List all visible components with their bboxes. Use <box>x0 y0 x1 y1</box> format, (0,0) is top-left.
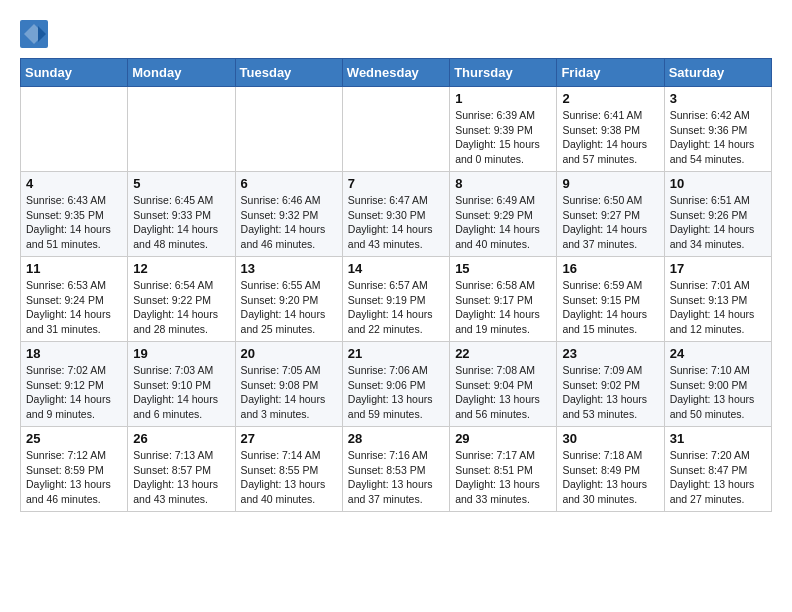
day-of-week-header: Sunday <box>21 59 128 87</box>
day-number: 17 <box>670 261 766 276</box>
day-number: 19 <box>133 346 229 361</box>
day-info: Sunrise: 6:59 AM Sunset: 9:15 PM Dayligh… <box>562 278 658 337</box>
calendar-cell: 30Sunrise: 7:18 AM Sunset: 8:49 PM Dayli… <box>557 427 664 512</box>
calendar-cell: 13Sunrise: 6:55 AM Sunset: 9:20 PM Dayli… <box>235 257 342 342</box>
day-number: 16 <box>562 261 658 276</box>
day-info: Sunrise: 7:13 AM Sunset: 8:57 PM Dayligh… <box>133 448 229 507</box>
day-info: Sunrise: 7:18 AM Sunset: 8:49 PM Dayligh… <box>562 448 658 507</box>
calendar-cell: 1Sunrise: 6:39 AM Sunset: 9:39 PM Daylig… <box>450 87 557 172</box>
calendar-week-row: 11Sunrise: 6:53 AM Sunset: 9:24 PM Dayli… <box>21 257 772 342</box>
calendar-cell <box>342 87 449 172</box>
day-number: 15 <box>455 261 551 276</box>
calendar-cell: 15Sunrise: 6:58 AM Sunset: 9:17 PM Dayli… <box>450 257 557 342</box>
day-number: 3 <box>670 91 766 106</box>
day-number: 12 <box>133 261 229 276</box>
day-info: Sunrise: 6:49 AM Sunset: 9:29 PM Dayligh… <box>455 193 551 252</box>
day-info: Sunrise: 7:08 AM Sunset: 9:04 PM Dayligh… <box>455 363 551 422</box>
day-number: 18 <box>26 346 122 361</box>
day-number: 13 <box>241 261 337 276</box>
day-number: 30 <box>562 431 658 446</box>
day-info: Sunrise: 6:41 AM Sunset: 9:38 PM Dayligh… <box>562 108 658 167</box>
calendar-cell: 11Sunrise: 6:53 AM Sunset: 9:24 PM Dayli… <box>21 257 128 342</box>
calendar-week-row: 18Sunrise: 7:02 AM Sunset: 9:12 PM Dayli… <box>21 342 772 427</box>
calendar-cell: 21Sunrise: 7:06 AM Sunset: 9:06 PM Dayli… <box>342 342 449 427</box>
logo <box>20 20 50 48</box>
day-info: Sunrise: 7:10 AM Sunset: 9:00 PM Dayligh… <box>670 363 766 422</box>
calendar-cell: 27Sunrise: 7:14 AM Sunset: 8:55 PM Dayli… <box>235 427 342 512</box>
day-info: Sunrise: 7:17 AM Sunset: 8:51 PM Dayligh… <box>455 448 551 507</box>
day-info: Sunrise: 6:50 AM Sunset: 9:27 PM Dayligh… <box>562 193 658 252</box>
day-info: Sunrise: 6:57 AM Sunset: 9:19 PM Dayligh… <box>348 278 444 337</box>
calendar-cell: 18Sunrise: 7:02 AM Sunset: 9:12 PM Dayli… <box>21 342 128 427</box>
day-number: 24 <box>670 346 766 361</box>
calendar-cell: 2Sunrise: 6:41 AM Sunset: 9:38 PM Daylig… <box>557 87 664 172</box>
day-of-week-header: Monday <box>128 59 235 87</box>
day-number: 6 <box>241 176 337 191</box>
logo-icon <box>20 20 48 48</box>
day-number: 23 <box>562 346 658 361</box>
day-number: 5 <box>133 176 229 191</box>
day-info: Sunrise: 6:51 AM Sunset: 9:26 PM Dayligh… <box>670 193 766 252</box>
day-info: Sunrise: 6:46 AM Sunset: 9:32 PM Dayligh… <box>241 193 337 252</box>
calendar-cell: 19Sunrise: 7:03 AM Sunset: 9:10 PM Dayli… <box>128 342 235 427</box>
day-number: 14 <box>348 261 444 276</box>
day-number: 25 <box>26 431 122 446</box>
day-info: Sunrise: 7:06 AM Sunset: 9:06 PM Dayligh… <box>348 363 444 422</box>
page-header <box>20 20 772 48</box>
calendar-cell: 9Sunrise: 6:50 AM Sunset: 9:27 PM Daylig… <box>557 172 664 257</box>
day-info: Sunrise: 6:58 AM Sunset: 9:17 PM Dayligh… <box>455 278 551 337</box>
day-info: Sunrise: 7:03 AM Sunset: 9:10 PM Dayligh… <box>133 363 229 422</box>
day-number: 20 <box>241 346 337 361</box>
calendar-week-row: 1Sunrise: 6:39 AM Sunset: 9:39 PM Daylig… <box>21 87 772 172</box>
calendar-table: SundayMondayTuesdayWednesdayThursdayFrid… <box>20 58 772 512</box>
day-number: 31 <box>670 431 766 446</box>
day-number: 11 <box>26 261 122 276</box>
calendar-cell: 3Sunrise: 6:42 AM Sunset: 9:36 PM Daylig… <box>664 87 771 172</box>
day-info: Sunrise: 7:12 AM Sunset: 8:59 PM Dayligh… <box>26 448 122 507</box>
day-info: Sunrise: 6:45 AM Sunset: 9:33 PM Dayligh… <box>133 193 229 252</box>
day-number: 29 <box>455 431 551 446</box>
calendar-week-row: 25Sunrise: 7:12 AM Sunset: 8:59 PM Dayli… <box>21 427 772 512</box>
day-number: 26 <box>133 431 229 446</box>
calendar-cell: 10Sunrise: 6:51 AM Sunset: 9:26 PM Dayli… <box>664 172 771 257</box>
calendar-cell: 20Sunrise: 7:05 AM Sunset: 9:08 PM Dayli… <box>235 342 342 427</box>
day-of-week-header: Friday <box>557 59 664 87</box>
day-number: 21 <box>348 346 444 361</box>
day-number: 28 <box>348 431 444 446</box>
day-of-week-row: SundayMondayTuesdayWednesdayThursdayFrid… <box>21 59 772 87</box>
day-of-week-header: Thursday <box>450 59 557 87</box>
calendar-cell: 17Sunrise: 7:01 AM Sunset: 9:13 PM Dayli… <box>664 257 771 342</box>
calendar-cell: 6Sunrise: 6:46 AM Sunset: 9:32 PM Daylig… <box>235 172 342 257</box>
calendar-body: 1Sunrise: 6:39 AM Sunset: 9:39 PM Daylig… <box>21 87 772 512</box>
calendar-cell: 14Sunrise: 6:57 AM Sunset: 9:19 PM Dayli… <box>342 257 449 342</box>
day-info: Sunrise: 6:43 AM Sunset: 9:35 PM Dayligh… <box>26 193 122 252</box>
calendar-cell: 29Sunrise: 7:17 AM Sunset: 8:51 PM Dayli… <box>450 427 557 512</box>
calendar-cell <box>128 87 235 172</box>
day-info: Sunrise: 6:42 AM Sunset: 9:36 PM Dayligh… <box>670 108 766 167</box>
calendar-cell: 4Sunrise: 6:43 AM Sunset: 9:35 PM Daylig… <box>21 172 128 257</box>
calendar-cell: 12Sunrise: 6:54 AM Sunset: 9:22 PM Dayli… <box>128 257 235 342</box>
calendar-cell: 7Sunrise: 6:47 AM Sunset: 9:30 PM Daylig… <box>342 172 449 257</box>
day-info: Sunrise: 7:01 AM Sunset: 9:13 PM Dayligh… <box>670 278 766 337</box>
calendar-cell: 26Sunrise: 7:13 AM Sunset: 8:57 PM Dayli… <box>128 427 235 512</box>
day-info: Sunrise: 6:39 AM Sunset: 9:39 PM Dayligh… <box>455 108 551 167</box>
day-number: 2 <box>562 91 658 106</box>
calendar-cell: 31Sunrise: 7:20 AM Sunset: 8:47 PM Dayli… <box>664 427 771 512</box>
day-info: Sunrise: 7:20 AM Sunset: 8:47 PM Dayligh… <box>670 448 766 507</box>
day-of-week-header: Saturday <box>664 59 771 87</box>
day-number: 7 <box>348 176 444 191</box>
calendar-cell: 16Sunrise: 6:59 AM Sunset: 9:15 PM Dayli… <box>557 257 664 342</box>
day-number: 9 <box>562 176 658 191</box>
day-info: Sunrise: 7:05 AM Sunset: 9:08 PM Dayligh… <box>241 363 337 422</box>
day-number: 10 <box>670 176 766 191</box>
day-of-week-header: Wednesday <box>342 59 449 87</box>
day-number: 27 <box>241 431 337 446</box>
day-info: Sunrise: 7:14 AM Sunset: 8:55 PM Dayligh… <box>241 448 337 507</box>
day-number: 1 <box>455 91 551 106</box>
day-of-week-header: Tuesday <box>235 59 342 87</box>
calendar-cell: 5Sunrise: 6:45 AM Sunset: 9:33 PM Daylig… <box>128 172 235 257</box>
calendar-cell <box>235 87 342 172</box>
calendar-cell: 8Sunrise: 6:49 AM Sunset: 9:29 PM Daylig… <box>450 172 557 257</box>
day-number: 22 <box>455 346 551 361</box>
day-info: Sunrise: 7:02 AM Sunset: 9:12 PM Dayligh… <box>26 363 122 422</box>
